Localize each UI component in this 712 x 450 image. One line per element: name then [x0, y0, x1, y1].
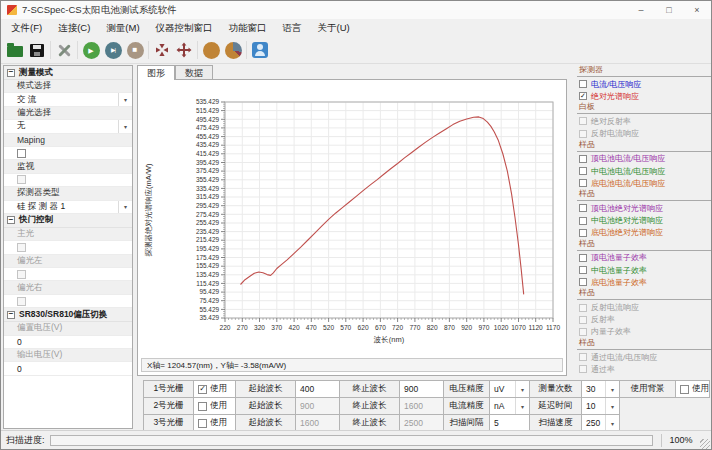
option-item[interactable]: 顶电池绝对光谱响应 — [577, 202, 711, 214]
table-select[interactable]: nA — [490, 398, 530, 415]
property-label: 偏光左 — [4, 255, 132, 268]
svg-text:670: 670 — [375, 324, 386, 331]
checkbox-icon[interactable] — [579, 204, 587, 212]
option-item[interactable]: 绝对光谱响应 — [577, 90, 711, 102]
group-header-1[interactable]: 快门控制 — [4, 214, 132, 228]
checkbox-icon[interactable] — [579, 217, 587, 225]
checkbox-icon[interactable] — [579, 92, 587, 100]
table-input[interactable]: 400 — [296, 381, 340, 398]
checkbox-icon[interactable] — [579, 254, 587, 262]
save-icon[interactable] — [26, 40, 48, 61]
close-button[interactable]: × — [683, 1, 711, 19]
toolbar-separator — [50, 41, 51, 59]
chart-tab-strip: 图形 数据 — [137, 65, 213, 80]
table-checkbox-cell[interactable]: 使用 — [676, 381, 710, 398]
option-item: 绝对反射率 — [577, 115, 711, 127]
bias-voltage-input[interactable]: 0 — [4, 336, 132, 349]
option-item[interactable]: 顶电池电流/电压响应 — [577, 153, 711, 165]
checkbox-icon[interactable] — [579, 167, 587, 175]
option-item[interactable]: 中电池量子效率 — [577, 264, 711, 276]
menu-item-1[interactable]: 连接(C) — [50, 19, 98, 37]
menu-item-6[interactable]: 关于(U) — [310, 19, 358, 37]
table-label: 延迟时间 — [530, 398, 582, 415]
pie-chart-icon[interactable] — [222, 40, 244, 61]
checkbox-icon[interactable] — [198, 419, 207, 428]
group-header-2[interactable]: SR830/SR810偏压切换 — [4, 308, 132, 322]
table-input[interactable]: 1600 — [400, 398, 444, 415]
collapse-icon — [7, 69, 15, 77]
table-input[interactable]: 900 — [400, 381, 444, 398]
minimize-button[interactable]: – — [627, 1, 655, 19]
output-voltage-input[interactable]: 0 — [4, 362, 132, 375]
lamp-icon[interactable] — [200, 40, 222, 61]
option-item[interactable]: 底电池电流/电压响应 — [577, 177, 711, 189]
run-icon[interactable]: ▶ — [80, 40, 102, 61]
dropdown-arrow-icon[interactable] — [118, 201, 132, 213]
scan-progress-bar — [50, 435, 653, 446]
dropdown-arrow-icon[interactable] — [605, 415, 619, 431]
table-select[interactable]: 10 — [582, 398, 620, 415]
tab-data[interactable]: 数据 — [175, 65, 213, 80]
svg-text:55.429: 55.429 — [199, 306, 219, 313]
svg-text:520: 520 — [323, 324, 334, 331]
checkbox-icon[interactable] — [17, 149, 26, 158]
pan-view-icon[interactable] — [173, 40, 195, 61]
dropdown-arrow-icon[interactable] — [118, 93, 132, 105]
tab-graph[interactable]: 图形 — [137, 65, 175, 80]
checkbox-icon[interactable] — [198, 402, 207, 411]
table-label: 终止波长 — [340, 398, 400, 415]
dropdown-arrow-icon[interactable] — [118, 120, 132, 132]
table-input[interactable]: 900 — [296, 398, 340, 415]
measurement-property-grid: 测量模式模式选择交 流偏光选择无Maping监视探测器类型硅 探 测 器 1快门… — [3, 65, 133, 429]
svg-text:495.429: 495.429 — [196, 116, 220, 123]
mode-select[interactable]: 交 流 — [4, 93, 132, 106]
menu-item-2[interactable]: 测量(M) — [98, 19, 147, 37]
maping-checkbox[interactable] — [4, 147, 132, 160]
menu-item-3[interactable]: 仪器控制窗口 — [148, 19, 221, 37]
option-item[interactable]: 电流/电压响应 — [577, 78, 711, 90]
maximize-button[interactable]: □ — [655, 1, 683, 19]
group-header-0[interactable]: 测量模式 — [4, 66, 132, 80]
option-item[interactable]: 底电池绝对光谱响应 — [577, 227, 711, 239]
menu-item-5[interactable]: 语言 — [275, 19, 310, 37]
spectral-response-chart[interactable]: 2202703203704204705205706206707207708208… — [141, 82, 563, 354]
checkbox-icon[interactable] — [579, 278, 587, 286]
option-item[interactable]: 顶电池量子效率 — [577, 252, 711, 264]
user-info-icon[interactable] — [249, 40, 271, 61]
option-group-title: 样品 — [579, 287, 595, 298]
option-item[interactable]: 底电池量子效率 — [577, 276, 711, 288]
dropdown-arrow-icon[interactable] — [605, 398, 619, 414]
checkbox-icon[interactable] — [579, 229, 587, 237]
settings-icon[interactable] — [53, 40, 75, 61]
checkbox-icon[interactable] — [579, 155, 587, 163]
checkbox-icon[interactable] — [579, 179, 587, 187]
svg-text:95.429: 95.429 — [199, 288, 219, 295]
checkbox-icon[interactable] — [680, 385, 689, 394]
detector-type-select[interactable]: 硅 探 测 器 1 — [4, 201, 132, 214]
resize-grip[interactable] — [700, 439, 710, 449]
checkbox-icon[interactable] — [579, 80, 587, 88]
menu-item-4[interactable]: 功能窗口 — [221, 19, 275, 37]
polarization-select[interactable]: 无 — [4, 120, 132, 133]
checkbox-icon[interactable] — [198, 385, 207, 394]
option-item[interactable]: 中电池电流/电压响应 — [577, 165, 711, 177]
table-select[interactable]: 30 — [582, 381, 620, 398]
option-item[interactable]: 中电池绝对光谱响应 — [577, 215, 711, 227]
menu-item-0[interactable]: 文件(F) — [3, 19, 50, 37]
option-group-header-0: 探测器 — [577, 65, 711, 77]
stop-icon[interactable]: ■ — [124, 40, 146, 61]
open-file-icon[interactable] — [4, 40, 26, 61]
checkbox-icon[interactable] — [579, 266, 587, 274]
window-title: 7-SCSpec-CS太阳电池测试系统软件 — [22, 4, 177, 17]
option-label: 通过率 — [591, 364, 615, 375]
center-view-icon[interactable] — [151, 40, 173, 61]
table-checkbox-cell[interactable]: 使用 — [194, 398, 236, 415]
checkbox-icon — [17, 175, 26, 184]
dropdown-arrow-icon[interactable] — [515, 398, 529, 414]
table-select[interactable]: uV — [490, 381, 530, 398]
dropdown-arrow-icon[interactable] — [515, 381, 529, 397]
dropdown-arrow-icon[interactable] — [605, 381, 619, 397]
svg-text:435.429: 435.429 — [196, 141, 220, 148]
table-checkbox-cell[interactable]: 使用 — [194, 381, 236, 398]
run-continuous-icon[interactable]: ▶| — [102, 40, 124, 61]
